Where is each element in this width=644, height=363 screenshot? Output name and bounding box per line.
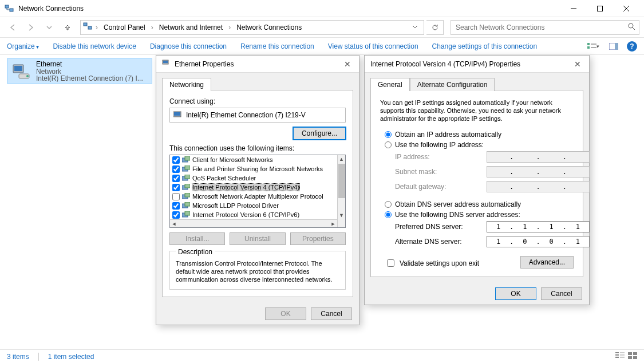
svg-rect-42 — [620, 354, 625, 356]
protocol-checkbox[interactable] — [172, 156, 180, 164]
tab-networking[interactable]: Networking — [162, 78, 211, 91]
view-options-button[interactable]: ▾ — [586, 40, 600, 53]
ethernet-adapter-icon — [10, 60, 33, 83]
protocol-row[interactable]: Internet Protocol Version 6 (TCP/IPv6) — [170, 210, 345, 219]
properties-button[interactable]: Properties — [290, 232, 346, 245]
tab-general[interactable]: General — [370, 78, 410, 91]
breadcrumb-network-internet[interactable]: Network and Internet — [157, 23, 225, 31]
svg-rect-44 — [628, 352, 632, 355]
ip-auto-radio[interactable] — [385, 131, 392, 138]
chevron-right-icon[interactable]: › — [227, 23, 232, 31]
preferred-dns-input[interactable]: 1. 1. 1. 1 — [487, 221, 590, 232]
protocol-row[interactable]: Internet Protocol Version 4 (TCP/IPv4) — [170, 183, 345, 192]
large-icons-view-icon[interactable] — [628, 352, 637, 361]
status-item-count: 3 items — [7, 353, 29, 361]
protocol-checkbox[interactable] — [172, 211, 180, 219]
forward-button[interactable] — [23, 19, 39, 35]
refresh-button[interactable] — [426, 20, 444, 35]
dialog-title: Ethernet Properties — [175, 60, 234, 68]
description-text: Transmission Control Protocol/Internet P… — [176, 259, 339, 283]
dialog-button-row: OK Cancel — [365, 283, 589, 305]
svg-rect-13 — [591, 47, 596, 48]
dns-auto-label: Obtain DNS server address automatically — [395, 200, 521, 208]
details-view-icon[interactable] — [615, 352, 625, 361]
tab-alternate-configuration[interactable]: Alternate Configuration — [410, 78, 495, 91]
search-box[interactable] — [451, 20, 639, 35]
ip-manual-label: Use the following IP address: — [395, 141, 484, 149]
connection-item-ethernet[interactable]: Ethernet Network Intel(R) Ethernet Conne… — [7, 58, 152, 84]
help-button[interactable]: ? — [627, 41, 637, 52]
ip-manual-radio[interactable] — [385, 141, 392, 148]
ok-button[interactable]: OK — [495, 287, 536, 300]
address-bar[interactable]: › Control Panel › Network and Internet ›… — [80, 20, 424, 35]
protocol-label: Client for Microsoft Networks — [192, 156, 273, 163]
protocol-checkbox[interactable] — [172, 184, 180, 191]
rename-button[interactable]: Rename this connection — [240, 42, 314, 50]
tab-strip: General Alternate Configuration — [365, 73, 589, 90]
recent-dropdown[interactable] — [41, 19, 57, 35]
preview-pane-button[interactable] — [606, 40, 621, 53]
svg-rect-35 — [185, 202, 190, 206]
items-label: This connection uses the following items… — [169, 144, 346, 152]
nav-row: › Control Panel › Network and Internet ›… — [0, 17, 644, 38]
ok-button[interactable]: OK — [265, 307, 306, 320]
dialog-titlebar[interactable]: Internet Protocol Version 4 (TCP/IPv4) P… — [365, 56, 589, 73]
up-button[interactable] — [60, 19, 76, 35]
breadcrumb-network-connections[interactable]: Network Connections — [234, 23, 304, 31]
disable-device-button[interactable]: Disable this network device — [53, 42, 136, 50]
horizontal-scrollbar[interactable]: ◄ ► — [170, 219, 337, 227]
configure-button[interactable]: Configure... — [293, 127, 346, 140]
view-status-button[interactable]: View status of this connection — [328, 42, 418, 50]
close-icon[interactable]: ✕ — [572, 60, 583, 69]
tab-panel-networking: Connect using: Intel(R) Ethernet Connect… — [162, 90, 353, 297]
protocol-checkbox[interactable] — [172, 193, 180, 200]
chevron-right-icon[interactable]: › — [94, 23, 99, 31]
address-dropdown[interactable] — [409, 23, 421, 31]
protocol-label: File and Printer Sharing for Microsoft N… — [192, 165, 323, 172]
protocol-icon — [182, 156, 190, 164]
breadcrumb-control-panel[interactable]: Control Panel — [101, 23, 148, 31]
ethernet-properties-dialog: Ethernet Properties ✕ Networking Connect… — [156, 55, 359, 325]
protocol-icon — [182, 192, 190, 200]
ip-auto-label: Obtain an IP address automatically — [395, 131, 501, 139]
protocol-list[interactable]: Client for Microsoft NetworksFile and Pr… — [169, 155, 346, 228]
vertical-scrollbar[interactable]: ▲ ▼ — [337, 155, 345, 227]
protocol-checkbox[interactable] — [172, 165, 180, 173]
ip-address-label: IP address: — [395, 153, 487, 161]
protocol-row[interactable]: Microsoft LLDP Protocol Driver — [170, 201, 345, 210]
diagnose-button[interactable]: Diagnose this connection — [150, 42, 227, 50]
dns-manual-radio[interactable] — [385, 211, 392, 218]
search-input[interactable] — [455, 23, 627, 32]
validate-checkbox[interactable] — [387, 259, 394, 267]
protocol-checkbox[interactable] — [172, 175, 180, 182]
protocol-row[interactable]: Client for Microsoft Networks — [170, 155, 345, 164]
uninstall-button[interactable]: Uninstall — [230, 232, 285, 245]
protocol-row[interactable]: Microsoft Network Adapter Multiplexor Pr… — [170, 192, 345, 201]
change-settings-button[interactable]: Change settings of this connection — [432, 42, 537, 50]
close-button[interactable] — [613, 0, 639, 17]
cancel-button[interactable]: Cancel — [311, 307, 352, 320]
protocol-row[interactable]: QoS Packet Scheduler — [170, 173, 345, 183]
cancel-button[interactable]: Cancel — [541, 287, 582, 300]
adapter-box[interactable]: Intel(R) Ethernet Connection (7) I219-V — [169, 108, 346, 123]
organize-menu[interactable]: Organize — [7, 42, 39, 50]
advanced-button[interactable]: Advanced... — [520, 256, 574, 269]
back-button[interactable] — [5, 19, 21, 35]
chevron-right-icon[interactable]: › — [150, 23, 155, 31]
connection-device: Intel(R) Ethernet Connection (7) I... — [36, 74, 143, 82]
protocol-row[interactable]: File and Printer Sharing for Microsoft N… — [170, 164, 345, 173]
dialog-titlebar[interactable]: Ethernet Properties ✕ — [156, 56, 359, 73]
search-icon[interactable] — [627, 22, 635, 32]
scroll-thumb[interactable] — [338, 164, 345, 198]
install-button[interactable]: Install... — [169, 232, 225, 245]
protocol-icon — [182, 202, 190, 210]
minimize-button[interactable] — [560, 0, 587, 17]
dns-auto-radio[interactable] — [385, 201, 392, 208]
maximize-button[interactable] — [587, 0, 613, 17]
svg-rect-39 — [615, 354, 619, 356]
network-connections-icon — [5, 4, 14, 13]
svg-rect-37 — [185, 211, 190, 215]
alternate-dns-input[interactable]: 1. 0. 0. 1 — [487, 236, 590, 247]
protocol-checkbox[interactable] — [172, 202, 180, 210]
close-icon[interactable]: ✕ — [342, 60, 353, 69]
